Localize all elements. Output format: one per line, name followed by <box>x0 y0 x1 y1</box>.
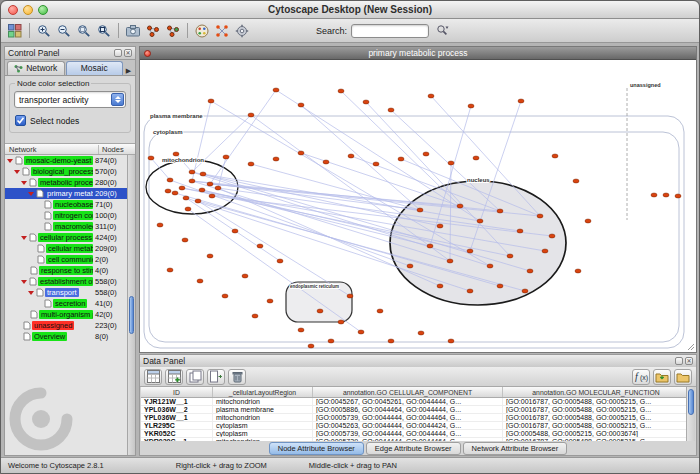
network-node[interactable] <box>418 331 424 335</box>
network-node[interactable] <box>323 160 329 164</box>
network-canvas[interactable]: plasma membranecytoplasmmitochondrionnuc… <box>140 60 696 352</box>
network-node[interactable] <box>468 104 474 108</box>
network-node[interactable] <box>248 162 254 166</box>
import-attributes-icon[interactable] <box>653 369 671 385</box>
tab-network-attribute-browser[interactable]: Network Attribute Browser <box>463 442 568 455</box>
network-node[interactable] <box>182 238 188 242</box>
zoom-out-icon[interactable] <box>54 21 74 41</box>
network-node[interactable] <box>575 269 581 273</box>
network-node[interactable] <box>317 309 323 313</box>
tree-row[interactable]: metabolic process280(0) <box>5 177 127 188</box>
zoom-in-icon[interactable] <box>34 21 54 41</box>
overview-icon[interactable] <box>143 21 163 41</box>
network-node[interactable] <box>467 289 473 293</box>
network-node[interactable] <box>223 155 229 159</box>
tree-row[interactable]: cellular metabo...209(0) <box>5 243 127 254</box>
tree-row[interactable]: establishment of lo...558(0) <box>5 276 127 287</box>
network-node[interactable] <box>517 229 523 233</box>
expander-icon[interactable] <box>28 291 34 295</box>
network-node[interactable] <box>477 219 483 223</box>
network-node[interactable] <box>209 194 215 198</box>
network-view-titlebar[interactable]: primary metabolic process <box>140 47 696 60</box>
network-node[interactable] <box>437 284 443 288</box>
network-node[interactable] <box>277 259 283 263</box>
tree-row[interactable]: transport558(0) <box>5 287 127 298</box>
network-node[interactable] <box>167 268 173 272</box>
network-node[interactable] <box>195 199 201 203</box>
network-node[interactable] <box>552 154 558 158</box>
network-node[interactable] <box>328 339 334 343</box>
tab-mosaic[interactable]: Mosaic <box>66 61 124 75</box>
table-row[interactable]: YPL036W__2plasma membrane[GO:0005886, GO… <box>141 406 695 414</box>
tree-scrollbar-thumb[interactable] <box>129 296 134 334</box>
network-node[interactable] <box>197 279 203 283</box>
snapshot-icon[interactable] <box>123 21 143 41</box>
network-node[interactable] <box>215 186 221 190</box>
tree-row[interactable]: nitrogen compo...100(0) <box>5 210 127 221</box>
network-node[interactable] <box>447 259 453 263</box>
network-node[interactable] <box>549 234 555 238</box>
zoom-selected-icon[interactable] <box>74 21 94 41</box>
float-panel-icon[interactable] <box>675 357 683 365</box>
network-node[interactable] <box>427 244 433 248</box>
network-node[interactable] <box>373 162 379 166</box>
network-node[interactable] <box>148 156 154 160</box>
network-node[interactable] <box>189 179 195 183</box>
network-node[interactable] <box>448 339 454 343</box>
tree-row[interactable]: mosaic-demo-yeast874(0) <box>5 155 127 166</box>
network-node[interactable] <box>448 161 454 165</box>
search-input[interactable] <box>351 24 429 38</box>
network-node[interactable] <box>663 193 669 197</box>
network-node[interactable] <box>157 223 163 227</box>
network-node[interactable] <box>437 224 443 228</box>
export-attributes-icon[interactable] <box>674 369 692 385</box>
network-node[interactable] <box>527 269 533 273</box>
column-header[interactable]: annotation.GO CELLULAR_COMPONENT <box>313 387 503 397</box>
tree-col-nodes[interactable]: Nodes <box>99 145 135 154</box>
network-node[interactable] <box>185 207 191 211</box>
create-attribute-icon[interactable] <box>165 369 183 385</box>
expander-icon[interactable] <box>28 192 34 196</box>
network-node[interactable] <box>165 189 171 193</box>
zoom-fit-icon[interactable] <box>94 21 114 41</box>
table-row[interactable]: YLR295Ccytoplasm[GO:0045263, GO:0044444,… <box>141 422 695 430</box>
tree-row[interactable]: secretion41(0) <box>5 298 127 309</box>
network-node[interactable] <box>537 214 543 218</box>
network-node[interactable] <box>428 94 434 98</box>
copy-cells-icon[interactable] <box>186 369 204 385</box>
tree-col-network[interactable]: Network <box>5 145 99 154</box>
expander-icon[interactable] <box>7 159 13 163</box>
network-node[interactable] <box>497 209 503 213</box>
select-attributes-icon[interactable] <box>144 369 162 385</box>
network-node[interactable] <box>473 156 479 160</box>
resize-grip-icon[interactable] <box>686 342 695 351</box>
network-node[interactable] <box>423 152 429 156</box>
tab-edge-attribute-browser[interactable]: Edge Attribute Browser <box>366 442 461 455</box>
network-node[interactable] <box>308 344 314 348</box>
map-attribute-icon[interactable] <box>207 369 225 385</box>
expander-icon[interactable] <box>21 280 27 284</box>
window-titlebar[interactable]: Cytoscape Desktop (New Session) <box>1 1 699 19</box>
network-node[interactable] <box>651 193 657 197</box>
tree-row[interactable]: cellular process424(0) <box>5 232 127 243</box>
table-scrollbar[interactable] <box>686 387 695 441</box>
network-node[interactable] <box>267 299 273 303</box>
close-panel-icon[interactable]: ✕ <box>685 357 693 365</box>
frame-close-button[interactable] <box>144 50 151 57</box>
tree-scrollbar[interactable] <box>127 155 135 455</box>
tree-row[interactable]: multi-organism pro...42(0) <box>5 309 127 320</box>
node-color-dropdown[interactable]: transporter activity <box>14 91 126 108</box>
tree-row[interactable]: unassigned223(0) <box>5 320 127 331</box>
delete-attribute-icon[interactable] <box>228 369 246 385</box>
network-node[interactable] <box>388 108 394 112</box>
network-node[interactable] <box>207 182 213 186</box>
tree-row[interactable]: primary metab...209(0) <box>5 188 127 199</box>
network-node[interactable] <box>497 284 503 288</box>
network-node[interactable] <box>522 289 528 293</box>
network-node[interactable] <box>273 88 279 92</box>
network-node[interactable] <box>257 244 263 248</box>
close-panel-icon[interactable]: ✕ <box>124 49 132 57</box>
network-node[interactable] <box>167 178 173 182</box>
network-node[interactable] <box>542 249 548 253</box>
network-node[interactable] <box>222 294 228 298</box>
